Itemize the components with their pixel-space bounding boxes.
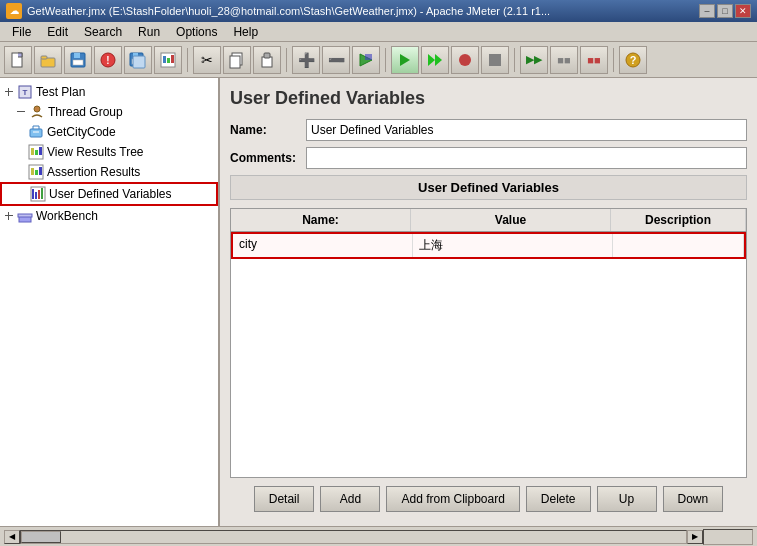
svg-rect-15 (171, 55, 174, 63)
separator-1 (187, 48, 188, 72)
scroll-right-arrow[interactable]: ▶ (687, 530, 703, 544)
svg-rect-47 (35, 192, 37, 199)
table-row[interactable]: city 上海 (231, 232, 746, 259)
scrollbar-thumb (21, 531, 61, 543)
assertion-icon (28, 164, 44, 180)
menu-run[interactable]: Run (130, 23, 168, 41)
svg-rect-33 (17, 111, 25, 112)
toolbar-save-all[interactable] (124, 46, 152, 74)
toolbar-remote-stop[interactable]: ■■ (550, 46, 578, 74)
svg-rect-2 (41, 56, 47, 59)
toolbar-help[interactable]: ? (619, 46, 647, 74)
svg-rect-19 (264, 53, 270, 58)
udv-icon (30, 186, 46, 202)
cell-name: city (233, 234, 413, 257)
menu-search[interactable]: Search (76, 23, 130, 41)
svg-rect-48 (38, 190, 40, 199)
table-section-title: User Defined Variables (230, 175, 747, 200)
toolbar-save[interactable] (64, 46, 92, 74)
svg-rect-13 (163, 56, 166, 63)
toolbar-expand[interactable]: ➕ (292, 46, 320, 74)
svg-marker-24 (435, 54, 442, 66)
svg-text:T: T (23, 88, 28, 97)
tree-item-testplan[interactable]: T Test Plan (0, 82, 218, 102)
menu-bar: File Edit Search Run Options Help (0, 22, 757, 42)
up-button[interactable]: Up (597, 486, 657, 512)
svg-rect-39 (35, 150, 38, 155)
scroll-left-arrow[interactable]: ◀ (4, 530, 20, 544)
status-bar: ◀ ▶ (0, 526, 757, 546)
tree-item-viewresults[interactable]: View Results Tree (0, 142, 218, 162)
variables-table: Name: Value Description city 上海 (230, 208, 747, 478)
window-controls: – □ ✕ (699, 4, 751, 18)
svg-rect-17 (230, 56, 240, 68)
comments-label: Comments: (230, 151, 300, 165)
toolbar-remote-run[interactable]: ▶▶ (520, 46, 548, 74)
threadgroup-icon (29, 104, 45, 120)
tree-item-threadgroup[interactable]: Thread Group (0, 102, 218, 122)
toolbar-revert[interactable]: ! (94, 46, 122, 74)
main-layout: T Test Plan Thread Group GetCityCode Vie… (0, 78, 757, 526)
tree-item-udv[interactable]: User Defined Variables (0, 182, 218, 206)
separator-4 (514, 48, 515, 72)
toolbar-remote-stop-all[interactable]: ■■ (580, 46, 608, 74)
toolbar-collapse[interactable]: ➖ (322, 46, 350, 74)
menu-help[interactable]: Help (225, 23, 266, 41)
name-label: Name: (230, 123, 300, 137)
table-header: Name: Value Description (231, 209, 746, 232)
expand-workbench-icon (4, 211, 14, 221)
tree-item-workbench[interactable]: WorkBench (0, 206, 218, 226)
name-input[interactable] (306, 119, 747, 141)
comments-row: Comments: (230, 147, 747, 169)
menu-edit[interactable]: Edit (39, 23, 76, 41)
svg-marker-23 (428, 54, 435, 66)
tree-item-workbench-label: WorkBench (36, 209, 98, 223)
comments-input[interactable] (306, 147, 747, 169)
down-button[interactable]: Down (663, 486, 724, 512)
horizontal-scrollbar[interactable] (20, 530, 687, 544)
maximize-button[interactable]: □ (717, 4, 733, 18)
minimize-button[interactable]: – (699, 4, 715, 18)
svg-rect-11 (133, 56, 145, 68)
tree-item-assertion[interactable]: Assertion Results (0, 162, 218, 182)
svg-rect-35 (30, 129, 42, 137)
right-panel: User Defined Variables Name: Comments: U… (220, 78, 757, 526)
close-button[interactable]: ✕ (735, 4, 751, 18)
svg-rect-51 (8, 212, 9, 220)
toolbar-stop[interactable] (481, 46, 509, 74)
toolbar-paste[interactable] (253, 46, 281, 74)
svg-rect-26 (489, 54, 501, 66)
toolbar-run-nopause[interactable] (421, 46, 449, 74)
toolbar-toggle[interactable] (352, 46, 380, 74)
toolbar-copy[interactable] (223, 46, 251, 74)
testplan-icon: T (17, 84, 33, 100)
toolbar-new[interactable] (4, 46, 32, 74)
delete-button[interactable]: Delete (526, 486, 591, 512)
svg-rect-5 (73, 60, 83, 65)
toolbar-record[interactable] (451, 46, 479, 74)
menu-options[interactable]: Options (168, 23, 225, 41)
tree-item-threadgroup-label: Thread Group (48, 105, 123, 119)
add-button[interactable]: Add (320, 486, 380, 512)
add-clipboard-button[interactable]: Add from Clipboard (386, 486, 519, 512)
toolbar-report[interactable] (154, 46, 182, 74)
menu-file[interactable]: File (4, 23, 39, 41)
tree-item-viewresults-label: View Results Tree (47, 145, 144, 159)
toolbar-run[interactable] (391, 46, 419, 74)
toolbar: ! ✂ ➕ ➖ ▶▶ ■■ ■■ (0, 42, 757, 78)
col-header-name: Name: (231, 209, 411, 231)
toolbar-open[interactable] (34, 46, 62, 74)
svg-text:?: ? (630, 54, 637, 66)
toolbar-cut[interactable]: ✂ (193, 46, 221, 74)
workbench-icon (17, 208, 33, 224)
viewresults-icon (28, 144, 44, 160)
separator-5 (613, 48, 614, 72)
svg-rect-40 (39, 147, 42, 155)
tree-item-getcitycode[interactable]: GetCityCode (0, 122, 218, 142)
svg-rect-30 (8, 88, 9, 96)
separator-3 (385, 48, 386, 72)
expand-icon-thread (16, 107, 26, 117)
tree-panel: T Test Plan Thread Group GetCityCode Vie… (0, 78, 220, 526)
svg-rect-43 (35, 170, 38, 175)
detail-button[interactable]: Detail (254, 486, 315, 512)
